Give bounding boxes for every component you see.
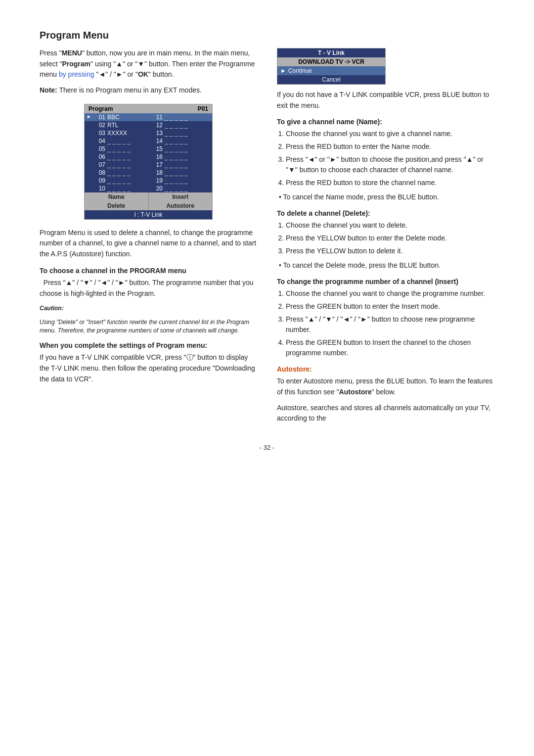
page-number: - 32 - — [40, 444, 494, 451]
change-heading: To change the programme number of a chan… — [277, 278, 494, 285]
prog-row-10: 10 _ _ _ _ _ 20 _ _ _ _ _ — [85, 185, 212, 192]
prog-row-1: ► 01 BBC 11 _ _ _ _ _ — [85, 113, 212, 121]
name-btn[interactable]: Name — [85, 192, 149, 201]
left-column: Press "MENU" button, now you are in main… — [40, 48, 257, 429]
delete-steps-list: Choose the channel you want to delete. P… — [286, 220, 494, 256]
autostore-text: To enter Autostore menu, press the BLUE … — [277, 376, 494, 397]
tv-link-header: T - V Link — [277, 48, 385, 57]
delete-heading: To delete a channel (Delete): — [277, 209, 494, 217]
prog-table-footer2: Delete Autostore — [85, 201, 212, 210]
prog-row-5: 05 _ _ _ _ _ 15 _ _ _ _ _ — [85, 145, 212, 153]
row-arrow: ► — [87, 114, 91, 121]
prog-row-2: 02 RTL 12 _ _ _ _ _ — [85, 121, 212, 129]
choose-text: Press "▲" / "▼" / "◄" / "►" button. The … — [40, 278, 257, 299]
caution-text: Using "Delete" or "Insert" function rewr… — [40, 318, 257, 335]
caution-label: Caution: — [40, 304, 257, 313]
prog-row-9: 09 _ _ _ _ _ 19 _ _ _ _ _ — [85, 177, 212, 185]
change-step-3: Press "▲" / "▼" / "◄" / "►" button to ch… — [286, 314, 494, 335]
autostore-label: Autostore: — [277, 365, 494, 373]
give-step-4: Press the RED button to store the channe… — [286, 178, 494, 188]
insert-btn[interactable]: Insert — [149, 192, 213, 201]
prog-header-value: P01 — [198, 105, 208, 112]
tv-link-continue-label: Continue — [288, 67, 312, 74]
note-paragraph: Note: There is no Program menu in any EX… — [40, 85, 257, 96]
delete-step-1: Choose the channel you want to delete. — [286, 220, 494, 231]
prog-table-rows: ► 01 BBC 11 _ _ _ _ _ 02 RTL 12 _ _ _ _ … — [85, 113, 212, 192]
description-paragraph: Program Menu is used to delete a channel… — [40, 228, 257, 260]
prog-row-6: 06 _ _ _ _ _ 16 _ _ _ _ _ — [85, 153, 212, 161]
change-steps-list: Choose the channel you want to change th… — [286, 288, 494, 358]
tv-link-continue-row: ► Continue — [277, 66, 385, 75]
prog-row-7: 07 _ _ _ _ _ 17 _ _ _ _ _ — [85, 161, 212, 169]
change-step-4: Press the GREEN button to Insert the cha… — [286, 337, 494, 358]
prog-row-4: 04 _ _ _ _ _ 14 _ _ _ _ _ — [85, 137, 212, 145]
prog-tv-link-footer: I : T-V Link — [85, 210, 212, 219]
when-text: If you have a T-V LINK compatible VCR, p… — [40, 352, 257, 384]
prog-row-8: 08 _ _ _ _ _ 18 _ _ _ _ _ — [85, 169, 212, 177]
delete-step-3: Press the YELLOW button to delete it. — [286, 246, 494, 256]
give-step-1: Choose the channel you want to give a ch… — [286, 129, 494, 139]
change-step-2: Press the GREEN button to enter the Inse… — [286, 301, 494, 312]
intro-paragraph: Press "MENU" button, now you are in main… — [40, 48, 257, 80]
tv-link-cancel-row: Cancel — [277, 75, 385, 84]
delete-btn[interactable]: Delete — [85, 201, 149, 210]
give-step-3: Press "◄" or "►" button to choose the po… — [286, 154, 494, 175]
prog-table-footer: Name Insert — [85, 192, 212, 201]
program-table: Program P01 ► 01 BBC 11 _ _ _ _ _ 02 RTL… — [84, 104, 213, 220]
autostore-text2: Autostore, searches and stores all chann… — [277, 403, 494, 424]
continue-arrow-icon: ► — [280, 67, 286, 74]
delete-bullet-1: To cancel the Delete mode, press the BLU… — [279, 260, 494, 271]
autostore-btn[interactable]: Autostore — [149, 201, 213, 210]
prog-row-3: 03 XXXXX 13 _ _ _ _ _ — [85, 129, 212, 137]
give-bullets: To cancel the Name mode, press the BLUE … — [279, 192, 494, 202]
give-step-2: Press the RED button to enter the Name m… — [286, 142, 494, 152]
right-column: T - V Link DOWNLOAD TV -> VCR ► Continue… — [277, 48, 494, 429]
change-step-1: Choose the channel you want to change th… — [286, 288, 494, 299]
when-heading: When you complete the settings of Progra… — [40, 341, 257, 349]
give-heading: To give a channel name (Name): — [277, 118, 494, 126]
give-steps-list: Choose the channel you want to give a ch… — [286, 129, 494, 188]
tv-link-download-row: DOWNLOAD TV -> VCR — [277, 57, 385, 66]
page-title: Program Menu — [40, 30, 494, 41]
delete-bullets: To cancel the Delete mode, press the BLU… — [279, 260, 494, 271]
tv-link-box: T - V Link DOWNLOAD TV -> VCR ► Continue… — [277, 48, 386, 85]
delete-step-2: Press the YELLOW button to enter the Del… — [286, 233, 494, 243]
no-tvlink-text: If you do not have a T-V LINK compatible… — [277, 90, 494, 111]
give-bullet-1: To cancel the Name mode, press the BLUE … — [279, 192, 494, 202]
prog-header-label: Program — [89, 105, 113, 112]
prog-table-header: Program P01 — [85, 104, 212, 113]
choose-heading: To choose a channel in the PROGRAM menu — [40, 267, 257, 275]
